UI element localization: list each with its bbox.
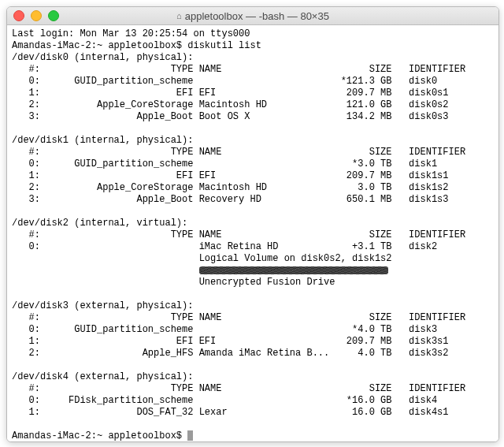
terminal-window: ⌂ appletoolbox — -bash — 80×35 Last logi… [6, 6, 499, 442]
minimize-icon[interactable] [31, 10, 42, 21]
home-icon: ⌂ [176, 11, 182, 20]
zoom-icon[interactable] [48, 10, 59, 21]
cursor [187, 430, 193, 441]
terminal-content[interactable]: Last login: Mon Mar 13 20:25:54 on ttys0… [7, 25, 498, 441]
window-title: ⌂ appletoolbox — -bash — 80×35 [7, 10, 498, 22]
titlebar: ⌂ appletoolbox — -bash — 80×35 [7, 7, 498, 25]
close-icon[interactable] [13, 10, 24, 21]
title-text: appletoolbox — -bash — 80×35 [185, 10, 329, 22]
redacted-uuid [199, 266, 388, 274]
traffic-lights [13, 10, 59, 21]
